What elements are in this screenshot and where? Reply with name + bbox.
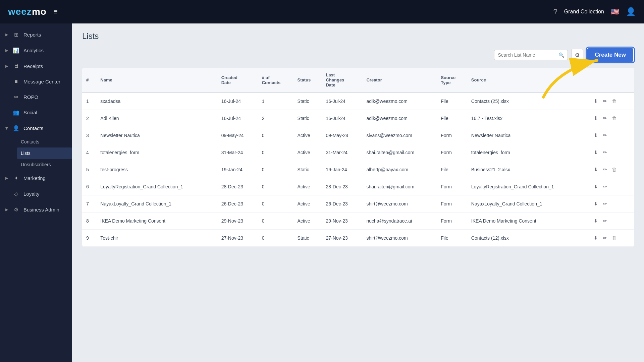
cell-contacts: 0 (258, 230, 293, 247)
download-button[interactable]: ⬇ (592, 148, 600, 157)
help-icon[interactable]: ? (553, 7, 557, 16)
sidebar-item-label: Business Admin (23, 207, 67, 213)
cell-last-changed: 27-Nov-23 (322, 230, 362, 247)
cell-contacts: 0 (258, 213, 293, 230)
cell-source-type: File (437, 110, 467, 127)
cell-num: 4 (82, 144, 96, 161)
table-header-row: # Name CreatedDate # ofContacts Status L… (82, 68, 634, 93)
message-center-icon: ■ (13, 78, 19, 84)
hamburger-menu[interactable]: ≡ (53, 7, 58, 16)
edit-button[interactable]: ✏ (601, 97, 609, 105)
sidebar-item-business-admin[interactable]: ▶ ⚙ Business Admin (0, 202, 72, 218)
cell-created: 29-Nov-23 (217, 213, 258, 230)
cell-actions: ⬇ ✏ 🗑 (588, 230, 634, 247)
cell-name: LoyaltyRegistration_Grand Collection_1 (96, 178, 217, 195)
cell-num: 1 (82, 93, 96, 110)
cell-actions: ⬇ ✏ (588, 178, 634, 195)
col-num: # (82, 68, 96, 93)
cell-last-changed: 16-Jul-24 (322, 110, 362, 127)
chevron-icon: ▶ (5, 64, 8, 68)
chevron-icon: ▶ (5, 33, 8, 37)
sidebar-item-analytics[interactable]: ▶ 📊 Analytics (0, 43, 72, 58)
cell-source-type: Form (437, 127, 467, 144)
filter-button[interactable]: ⚙ (571, 49, 583, 61)
download-button[interactable]: ⬇ (592, 97, 600, 105)
lists-table: # Name CreatedDate # ofContacts Status L… (82, 68, 634, 247)
cell-name: totalenergies_form (96, 144, 217, 161)
cell-status: Active (293, 213, 322, 230)
cell-created: 09-May-24 (217, 127, 258, 144)
app-logo: weezmo (8, 6, 47, 17)
cell-status: Static (293, 161, 322, 178)
edit-button[interactable]: ✏ (601, 183, 609, 191)
cell-num: 5 (82, 161, 96, 178)
download-button[interactable]: ⬇ (592, 114, 600, 122)
col-created: CreatedDate (217, 68, 258, 93)
cell-actions: ⬇ ✏ (588, 144, 634, 161)
sidebar-item-marketing[interactable]: ▶ ✦ Marketing (0, 170, 72, 186)
sidebar-subitem-lists[interactable]: Lists (17, 147, 72, 159)
lists-table-wrapper: # Name CreatedDate # ofContacts Status L… (82, 68, 634, 247)
delete-button[interactable]: 🗑 (610, 114, 619, 122)
analytics-icon: 📊 (13, 47, 19, 54)
edit-button[interactable]: ✏ (601, 217, 609, 225)
sidebar-item-label: Analytics (23, 48, 67, 53)
download-button[interactable]: ⬇ (592, 200, 600, 208)
cell-status: Active (293, 144, 322, 161)
page-title: Lists (82, 32, 634, 41)
col-creator: Creator (362, 68, 437, 93)
download-button[interactable]: ⬇ (592, 217, 600, 225)
receipts-icon: 🖥 (13, 63, 19, 69)
edit-button[interactable]: ✏ (601, 234, 609, 242)
col-contacts: # ofContacts (258, 68, 293, 93)
cell-contacts: 0 (258, 195, 293, 213)
cell-creator: shirt@weezmo.com (362, 195, 437, 213)
sidebar-item-loyalty[interactable]: ▶ ◇ Loyalty (0, 186, 72, 202)
marketing-icon: ✦ (13, 175, 19, 181)
sidebar-item-label: Social (23, 110, 67, 115)
user-avatar-icon[interactable]: 👤 (626, 7, 636, 16)
cell-num: 6 (82, 178, 96, 195)
edit-button[interactable]: ✏ (601, 200, 609, 208)
sidebar-subitem-contacts[interactable]: Contacts (17, 136, 72, 147)
cell-creator: shai.raiten@gmail.com (362, 178, 437, 195)
cell-status: Static (293, 110, 322, 127)
download-button[interactable]: ⬇ (592, 234, 600, 242)
cell-created: 19-Jan-24 (217, 161, 258, 178)
download-button[interactable]: ⬇ (592, 183, 600, 191)
sidebar-item-receipts[interactable]: ▶ 🖥 Receipts (0, 58, 72, 74)
edit-button[interactable]: ✏ (601, 148, 609, 157)
table-row: 6 LoyaltyRegistration_Grand Collection_1… (82, 178, 634, 195)
delete-button[interactable]: 🗑 (610, 234, 619, 242)
cell-creator: shai.raiten@gmail.com (362, 144, 437, 161)
delete-button[interactable]: 🗑 (610, 166, 619, 173)
edit-button[interactable]: ✏ (601, 166, 609, 174)
create-new-button[interactable]: Create New (587, 48, 634, 62)
search-input[interactable] (498, 52, 556, 58)
search-box: 🔍 (494, 50, 568, 60)
cell-contacts: 2 (258, 110, 293, 127)
cell-creator: albertp@nayax.com (362, 161, 437, 178)
sidebar-item-label: ROPO (23, 94, 67, 100)
cell-source-type: Form (437, 213, 467, 230)
download-button[interactable]: ⬇ (592, 131, 600, 139)
sidebar-subitem-unsubscribers[interactable]: Unsubscribers (17, 159, 72, 170)
sidebar-item-reports[interactable]: ▶ ⊞ Reports (0, 27, 72, 43)
sidebar-item-message-center[interactable]: ▶ ■ Message Center (0, 74, 72, 89)
cell-source-type: Form (437, 144, 467, 161)
sidebar-item-contacts[interactable]: ▶ 👤 Contacts (0, 120, 72, 136)
sidebar-item-social[interactable]: ▶ 👥 Social (0, 105, 72, 120)
cell-created: 31-Mar-24 (217, 144, 258, 161)
delete-button[interactable]: 🗑 (610, 97, 619, 105)
cell-num: 2 (82, 110, 96, 127)
cell-created: 16-Jul-24 (217, 93, 258, 110)
edit-button[interactable]: ✏ (601, 131, 609, 139)
cell-contacts: 0 (258, 161, 293, 178)
sidebar-item-ropo[interactable]: ▶ ∞ ROPO (0, 89, 72, 105)
download-button[interactable]: ⬇ (592, 166, 600, 174)
cell-contacts: 0 (258, 127, 293, 144)
chevron-icon: ▶ (5, 207, 8, 212)
edit-button[interactable]: ✏ (601, 114, 609, 122)
cell-name: Test-chir (96, 230, 217, 247)
ropo-icon: ∞ (13, 94, 19, 100)
